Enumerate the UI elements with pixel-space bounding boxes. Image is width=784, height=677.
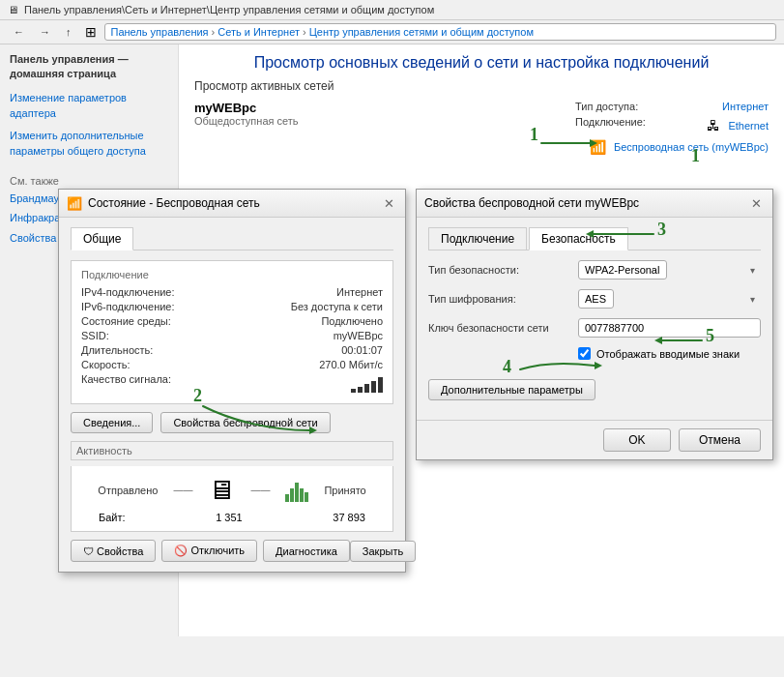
activity-section: Активность Отправлено —— 🖥 —— Принято	[71, 441, 393, 532]
security-type-label: Тип безопасности:	[428, 264, 568, 276]
network-type: Общедоступная сеть	[194, 115, 556, 127]
connection-row: Подключение: 🖧 Ethernet	[575, 116, 769, 133]
breadcrumb-item-1[interactable]: Панель управления	[111, 26, 209, 38]
disconnect-icon: 🚫	[174, 545, 188, 556]
breadcrumb-item-3[interactable]: Центр управления сетями и общим доступом	[309, 26, 534, 38]
security-type-row: Тип безопасности: WPA2-Personal	[428, 260, 761, 280]
speed-label: Скорость:	[81, 359, 131, 370]
properties-button[interactable]: 🛡 Свойства	[71, 540, 156, 562]
a-bar-3	[295, 483, 299, 502]
properties-label: Свойства	[97, 545, 143, 557]
sidebar-link-sharing[interactable]: Изменить дополнительные параметры общего…	[10, 128, 168, 160]
disconnect-label: Отключить	[190, 545, 245, 556]
cancel-button[interactable]: Отмена	[679, 428, 761, 452]
tab-connection[interactable]: Подключение	[428, 227, 527, 250]
ethernet-link[interactable]: Ethernet	[728, 120, 769, 132]
encryption-type-select[interactable]: AES	[578, 289, 614, 309]
breadcrumb-item-2[interactable]: Сеть и Интернет	[218, 26, 300, 38]
speed-value: 270.0 Мбит/с	[319, 359, 383, 370]
env-value: Подключено	[321, 315, 383, 327]
title-bar: 🖥 Панель управления\Сеть и Интернет\Цент…	[0, 0, 784, 20]
props-dialog: Свойства беспроводной сети myWEBpc ✕ Под…	[416, 189, 773, 460]
diagnose-button[interactable]: Диагностика	[263, 540, 350, 562]
a-bar-4	[300, 488, 304, 502]
close-button[interactable]: Закрыть	[350, 541, 416, 562]
sidebar-title: Панель управления — домашняя страница	[10, 52, 168, 82]
up-button[interactable]: ↑	[60, 23, 77, 41]
tab-security[interactable]: Безопасность	[529, 227, 628, 250]
props-dialog-title-bar: Свойства беспроводной сети myWEBpc ✕	[417, 190, 772, 218]
key-input[interactable]	[578, 318, 761, 338]
key-row: Ключ безопасности сети	[428, 318, 761, 338]
a-bar-5	[305, 492, 308, 502]
connection-label: Подключение:	[575, 116, 646, 133]
wireless-props-button[interactable]: Свойства беспроводной сети	[160, 412, 330, 433]
section-active-networks: Просмотр активных сетей	[194, 79, 769, 93]
props-tab-bar: Подключение Безопасность	[428, 227, 761, 250]
ipv4-label: IPv4-подключение:	[81, 286, 175, 298]
activity-content: Отправлено —— 🖥 —— Принято Байт: 1	[71, 466, 393, 532]
signal-label: Качество сигнала:	[81, 373, 171, 393]
status-btn-row: Сведения... Свойства беспроводной сети	[71, 412, 393, 433]
activity-visual: Отправлено —— 🖥 —— Принято	[79, 474, 385, 506]
properties-icon: 🛡	[83, 545, 94, 557]
ipv6-value: Без доступа к сети	[291, 301, 383, 312]
details-button[interactable]: Сведения...	[71, 412, 153, 433]
back-button[interactable]: ←	[8, 23, 30, 41]
bytes-label: Байт:	[99, 512, 126, 523]
bar-3	[364, 384, 369, 393]
key-label: Ключ безопасности сети	[428, 322, 568, 334]
security-type-wrapper: WPA2-Personal	[578, 260, 761, 280]
sidebar-header: Панель управления — домашняя страница Из…	[10, 52, 168, 160]
ipv6-row: IPv6-подключение: Без доступа к сети	[81, 301, 383, 312]
received-line: ——	[250, 485, 270, 495]
advanced-button[interactable]: Дополнительные параметры	[428, 379, 595, 400]
sent-label: Отправлено	[98, 485, 158, 496]
bar-4	[371, 381, 376, 393]
sidebar-link-adapter[interactable]: Изменение параметров адаптера	[10, 90, 168, 122]
ok-button[interactable]: OK	[603, 428, 671, 452]
status-dialog-title-text: Состояние - Беспроводная сеть	[88, 196, 260, 210]
ipv4-row: IPv4-подключение: Интернет	[81, 286, 383, 298]
status-tab-bar: Общие	[71, 227, 393, 250]
disconnect-button[interactable]: 🚫 Отключить	[161, 540, 257, 562]
props-dialog-close-button[interactable]: ✕	[747, 194, 765, 212]
props-dialog-title-text: Свойства беспроводной сети myWEBpc	[424, 196, 639, 210]
status-dialog-close-button[interactable]: ✕	[380, 194, 397, 212]
network-name: myWEBpc	[194, 101, 556, 115]
sent-bytes: 1 351	[216, 512, 243, 523]
duration-value: 00:01:07	[341, 344, 383, 356]
ipv6-label: IPv6-подключение:	[81, 301, 175, 312]
duration-label: Длительность:	[81, 344, 153, 356]
forward-button[interactable]: →	[34, 23, 56, 41]
signal-bar	[351, 373, 383, 393]
computer-icon: 🖥	[208, 474, 235, 506]
received-label: Принято	[324, 485, 365, 496]
wifi-connection-link: 📶 Беспроводная сеть (myWEBpc)	[590, 139, 769, 155]
advanced-btn-row: Дополнительные параметры	[428, 379, 761, 400]
tab-general[interactable]: Общие	[71, 227, 133, 250]
activity-bars	[285, 479, 308, 502]
status-dialog-title-bar: 📶 Состояние - Беспроводная сеть ✕	[59, 190, 405, 218]
wifi-row: 📶 Беспроводная сеть (myWEBpc)	[575, 137, 769, 155]
show-chars-checkbox[interactable]	[578, 347, 591, 360]
networks-area: myWEBpc Общедоступная сеть Тип доступа: …	[194, 101, 769, 155]
nav-bar: ← → ↑ ⊞ Панель управления › Сеть и Интер…	[0, 20, 784, 44]
access-type-value: Интернет	[722, 101, 769, 112]
access-type-label: Тип доступа:	[575, 101, 638, 112]
security-type-select[interactable]: WPA2-Personal	[578, 260, 667, 280]
left-btn-group: 🛡 Свойства 🚫 Отключить Диагностика	[71, 540, 350, 562]
status-wifi-icon: 📶	[67, 196, 82, 211]
connection-section-box: Подключение IPv4-подключение: Интернет I…	[71, 260, 393, 404]
a-bar-1	[285, 494, 289, 502]
connection-section-title: Подключение	[81, 269, 383, 280]
props-dialog-body: Подключение Безопасность Тип безопасност…	[417, 218, 772, 420]
page-title: Просмотр основных сведений о сети и наст…	[194, 54, 769, 72]
encryption-type-row: Тип шифрования: AES	[428, 289, 761, 309]
status-dialog-body: Общие Подключение IPv4-подключение: Инте…	[59, 218, 405, 572]
title-text: Панель управления\Сеть и Интернет\Центр …	[24, 4, 434, 15]
annotation-1: 1	[691, 146, 700, 166]
ssid-value: myWEBpc	[334, 330, 383, 341]
speed-row: Скорость: 270.0 Мбит/с	[81, 359, 383, 370]
show-chars-row: Отображать вводимые знаки	[578, 347, 761, 360]
